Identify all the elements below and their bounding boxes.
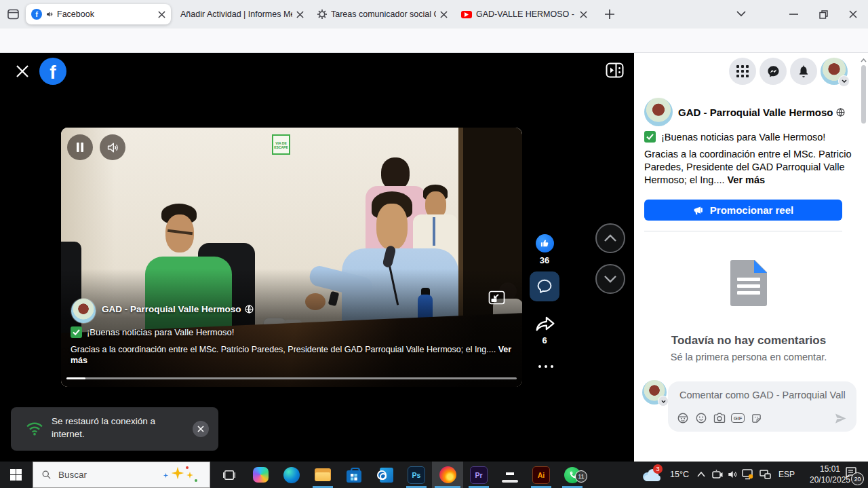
taskbar-firefox[interactable] — [432, 462, 463, 488]
window-minimize-button[interactable] — [783, 5, 804, 23]
scroll-up-arrow[interactable] — [861, 58, 867, 62]
bell-icon — [797, 64, 810, 79]
sidebar-page-name[interactable]: GAD - Parroquial Valle Hermoso — [678, 107, 845, 118]
taskbar-copilot[interactable] — [245, 462, 276, 488]
taskbar-premiere[interactable]: Pr — [463, 462, 494, 488]
lanyard — [433, 217, 435, 246]
megaphone-icon — [693, 205, 705, 216]
comment-button[interactable] — [530, 271, 559, 301]
language-indicator[interactable]: ESP — [778, 470, 795, 479]
screen: f Facebook Añadir Actividad | Informes M… — [0, 0, 868, 488]
next-reel-button[interactable] — [595, 264, 625, 294]
promote-reel-button[interactable]: Promocionar reel — [644, 200, 842, 221]
send-icon[interactable] — [833, 411, 847, 425]
sidebar-scrollbar[interactable] — [859, 53, 868, 462]
list-tabs-chevron-icon[interactable] — [736, 11, 746, 17]
taskbar-file-explorer[interactable] — [307, 462, 338, 488]
tab-youtube[interactable]: GAD-VALLE HERMOSO - YouTu — [456, 4, 593, 24]
composer-avatar[interactable] — [642, 380, 667, 405]
connection-toast: Se restauró la conexión ainternet. — [11, 407, 218, 451]
close-reel-icon[interactable] — [16, 64, 29, 78]
avatar-sticker-icon[interactable] — [676, 411, 690, 425]
taskbar-search[interactable] — [33, 462, 210, 488]
temperature-label[interactable]: 15°C — [670, 470, 689, 479]
taskbar-whatsapp[interactable]: 11 — [557, 462, 588, 488]
weather-widget[interactable]: 3 — [642, 466, 666, 485]
toggle-comments-panel-icon[interactable] — [606, 62, 624, 78]
edge-icon — [283, 467, 300, 483]
tab-tareas[interactable]: Tareas comunicador social GAD — [312, 4, 453, 24]
reel-page-name[interactable]: GAD - Parroquial Valle Hermoso — [102, 304, 254, 314]
outlook-icon — [377, 468, 393, 483]
thumb-up-icon — [540, 238, 550, 248]
tab-close-icon[interactable] — [296, 11, 304, 18]
progress-track[interactable] — [66, 377, 517, 379]
network-icon[interactable] — [760, 470, 771, 479]
window-close-button[interactable] — [843, 5, 863, 23]
reel-description: Gracias a la coordinación entre el MSc. … — [71, 344, 514, 366]
messenger-button[interactable] — [760, 58, 787, 85]
picture-in-picture-icon[interactable] — [488, 290, 505, 305]
weather-badge: 3 — [653, 464, 663, 474]
reel-stage: f VIA DEESCAPE — [0, 53, 634, 462]
profile-avatar-button[interactable] — [821, 58, 848, 85]
window-restore-button[interactable] — [813, 5, 833, 23]
emoji-icon[interactable] — [694, 411, 708, 425]
more-options-button[interactable] — [538, 365, 553, 368]
taskbar-edge[interactable] — [276, 462, 307, 488]
copilot-sparkle-icon — [161, 462, 202, 488]
check-badge — [644, 131, 656, 143]
post-title: ¡Buenas noticias para Valle Hermoso! — [661, 131, 825, 144]
task-view-button[interactable] — [214, 462, 245, 488]
taskbar-photoshop[interactable]: Ps — [401, 462, 432, 488]
empty-comments-subtitle: Sé la primera persona en comentar. — [634, 352, 863, 362]
sidebar-page-avatar[interactable] — [644, 98, 673, 126]
new-tab-button[interactable] — [604, 8, 616, 20]
tray-chevron-up[interactable] — [697, 472, 705, 477]
meet-now-icon[interactable] — [712, 470, 723, 480]
camera-icon[interactable] — [713, 411, 726, 425]
like-count: 36 — [527, 255, 562, 265]
tab-close-icon[interactable] — [158, 11, 165, 18]
reel-page-avatar[interactable] — [71, 299, 96, 323]
tab-close-icon[interactable] — [580, 11, 587, 18]
taskbar-outlook[interactable] — [370, 462, 401, 488]
volume-button[interactable] — [100, 134, 125, 160]
firefox-view-icon[interactable] — [7, 9, 19, 20]
reel-video[interactable]: VIA DEESCAPE — [61, 128, 522, 387]
search-input[interactable] — [57, 469, 161, 481]
taskbar-vlc[interactable] — [494, 462, 526, 488]
taskbar-store[interactable] — [338, 462, 370, 488]
grid-icon — [736, 65, 749, 77]
apps-grid-button[interactable] — [729, 58, 756, 85]
like-button[interactable] — [536, 234, 554, 252]
gif-icon[interactable]: GIF — [731, 411, 745, 425]
volume-tray-icon[interactable] — [727, 470, 738, 479]
whatsapp-badge: 11 — [575, 470, 587, 483]
reel-title: ¡Buenas noticias para Valle Hermoso! — [87, 327, 234, 338]
notifications-button[interactable] — [790, 58, 817, 85]
comment-bubble-icon — [536, 278, 553, 295]
see-more-link[interactable]: Ver más — [728, 174, 766, 185]
scrollbar-thumb[interactable] — [861, 65, 866, 124]
notification-center-button[interactable]: 20 — [845, 467, 863, 483]
share-button[interactable] — [535, 316, 555, 334]
notification-badge: 20 — [851, 472, 864, 485]
start-button[interactable] — [0, 462, 31, 488]
facebook-logo[interactable]: f — [39, 58, 66, 85]
copilot-icon — [253, 467, 269, 483]
taskbar-illustrator[interactable]: Ai — [526, 462, 557, 488]
previous-reel-button[interactable] — [595, 223, 625, 253]
tab-informes[interactable]: Añadir Actividad | Informes Mensua — [175, 4, 309, 24]
toast-close-button[interactable] — [193, 421, 209, 437]
screen-share-icon[interactable] — [742, 469, 753, 480]
comment-composer[interactable]: GIF — [668, 381, 856, 432]
tab-facebook[interactable]: f Facebook — [26, 4, 171, 24]
firefox-icon — [439, 466, 456, 483]
sticker-icon[interactable] — [749, 411, 763, 425]
browser-tab-bar: f Facebook Añadir Actividad | Informes M… — [0, 0, 868, 29]
tab-audio-icon[interactable] — [45, 10, 54, 18]
tab-close-icon[interactable] — [440, 11, 448, 18]
pause-button[interactable] — [67, 134, 93, 160]
comment-input[interactable] — [678, 388, 847, 402]
